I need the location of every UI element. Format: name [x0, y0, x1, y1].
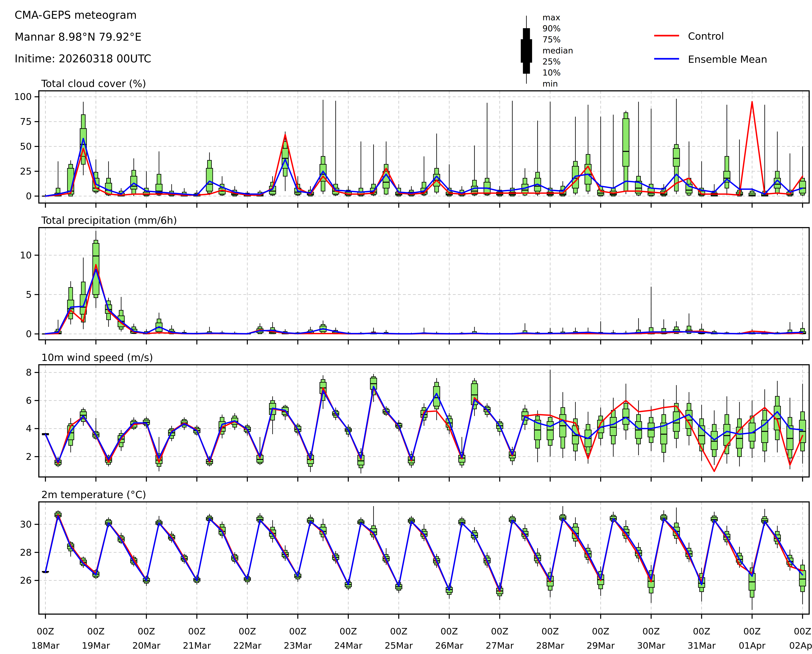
y-tick-label: 30 — [20, 519, 32, 530]
y-tick-label: 10 — [20, 250, 32, 261]
y-tick-label: 0 — [26, 191, 32, 202]
legend-label-25: 25% — [543, 57, 561, 66]
y-tick-label: 75 — [20, 116, 32, 127]
legend-label-min: min — [543, 79, 558, 89]
panel-2: 246810m wind speed (m/s) — [26, 351, 809, 481]
x-tick-hour-label: 00Z — [390, 626, 407, 637]
x-tick-hour-label: 00Z — [794, 626, 811, 637]
x-tick-hour-label: 00Z — [188, 626, 206, 637]
panel-title: Total precipitation (mm/6h) — [41, 214, 177, 226]
x-tick-hour-label: 00Z — [693, 626, 710, 637]
boxplot-legend: max 90% 75% median 25% 10% min — [521, 13, 573, 89]
x-tick-hour-label: 00Z — [339, 626, 357, 637]
x-axis — [46, 614, 803, 619]
control-legend-label: Control — [688, 30, 724, 42]
y-tick-label: 2 — [26, 451, 32, 462]
panel-title: 10m wind speed (m/s) — [41, 351, 153, 363]
x-axis — [46, 203, 803, 208]
y-tick-label: 26 — [20, 575, 32, 586]
meteogram-page: CMA-GEPS meteogram Mannar 8.98°N 79.92°E… — [0, 0, 812, 654]
legend-label-10: 10% — [543, 68, 561, 78]
x-tick-date-label: 31Mar — [688, 640, 716, 651]
x-tick-date-label: 22Mar — [233, 640, 261, 651]
legend-label-75: 75% — [543, 35, 561, 44]
y-axis: 2468 — [26, 367, 39, 462]
panel-0: 0255075100Total cloud cover (%) — [14, 78, 809, 208]
x-tick-hour-label: 00Z — [37, 626, 54, 637]
panel-title: 2m temperature (°C) — [41, 489, 146, 500]
box-whisker-series — [42, 370, 806, 474]
y-tick-label: 0 — [26, 329, 32, 339]
x-tick-date-label: 25Mar — [385, 640, 413, 651]
x-tick-date-label: 18Mar — [31, 640, 60, 651]
panel-frame — [39, 502, 809, 614]
x-tick-date-label: 28Mar — [536, 640, 564, 651]
x-tick-hour-label: 00Z — [138, 626, 155, 637]
gridlines — [39, 502, 809, 614]
panel-1: 0510Total precipitation (mm/6h) — [20, 214, 809, 344]
x-tick-hour-label: 00Z — [440, 626, 458, 637]
y-tick-label: 100 — [14, 92, 32, 102]
x-tick-date-label: 27Mar — [486, 640, 514, 651]
y-tick-label: 6 — [26, 395, 32, 406]
x-tick-date-label: 02Apr — [789, 640, 812, 651]
x-tick-hour-label: 00Z — [87, 626, 105, 637]
x-tick-date-label: 26Mar — [435, 640, 463, 651]
y-tick-label: 25 — [20, 166, 32, 177]
legend-label-90: 90% — [543, 24, 561, 33]
box-whisker-series — [42, 231, 806, 334]
x-tick-date-label: 19Mar — [82, 640, 110, 651]
location-subtitle: Mannar 8.98°N 79.92°E — [15, 31, 141, 43]
y-tick-label: 50 — [20, 141, 32, 152]
x-tick-date-label: 01Apr — [739, 640, 766, 651]
x-tick-hour-label: 00Z — [289, 626, 307, 637]
y-axis: 0255075100 — [14, 92, 39, 202]
gridlines — [39, 228, 809, 340]
y-axis: 262830 — [20, 519, 39, 586]
y-tick-label: 8 — [26, 367, 32, 378]
x-tick-date-label: 29Mar — [587, 640, 615, 651]
x-tick-hour-label: 00Z — [491, 626, 508, 637]
meteogram-figure: CMA-GEPS meteogram Mannar 8.98°N 79.92°E… — [0, 0, 812, 654]
series-legend: Control Ensemble Mean — [654, 30, 767, 65]
ensemble-legend-label: Ensemble Mean — [688, 53, 767, 65]
x-tick-date-label: 24Mar — [334, 640, 362, 651]
x-axis — [46, 477, 803, 481]
panel-3: 2628302m temperature (°C) — [20, 489, 809, 619]
legend-label-max: max — [543, 13, 560, 22]
x-tick-hour-label: 00Z — [239, 626, 256, 637]
x-tick-labels: 00Z18Mar00Z19Mar00Z20Mar00Z21Mar00Z22Mar… — [31, 626, 812, 651]
x-tick-date-label: 30Mar — [637, 640, 665, 651]
panel-frame — [39, 228, 809, 340]
x-axis — [46, 340, 803, 344]
x-tick-hour-label: 00Z — [743, 626, 761, 637]
x-tick-date-label: 21Mar — [183, 640, 211, 651]
panel-title: Total cloud cover (%) — [41, 78, 146, 89]
y-tick-label: 5 — [26, 289, 32, 300]
legend-label-median: median — [543, 46, 573, 55]
y-tick-label: 28 — [20, 547, 32, 558]
x-tick-hour-label: 00Z — [592, 626, 609, 637]
panels-group: 0255075100Total cloud cover (%)0510Total… — [14, 78, 812, 651]
y-tick-label: 4 — [26, 423, 32, 434]
y-axis: 0510 — [20, 250, 39, 339]
figure-title: CMA-GEPS meteogram — [15, 9, 137, 21]
x-tick-date-label: 23Mar — [284, 640, 312, 651]
x-tick-date-label: 20Mar — [132, 640, 161, 651]
x-tick-hour-label: 00Z — [642, 626, 660, 637]
x-tick-hour-label: 00Z — [541, 626, 559, 637]
inittime-subtitle: Initime: 20260318 00UTC — [15, 52, 151, 65]
